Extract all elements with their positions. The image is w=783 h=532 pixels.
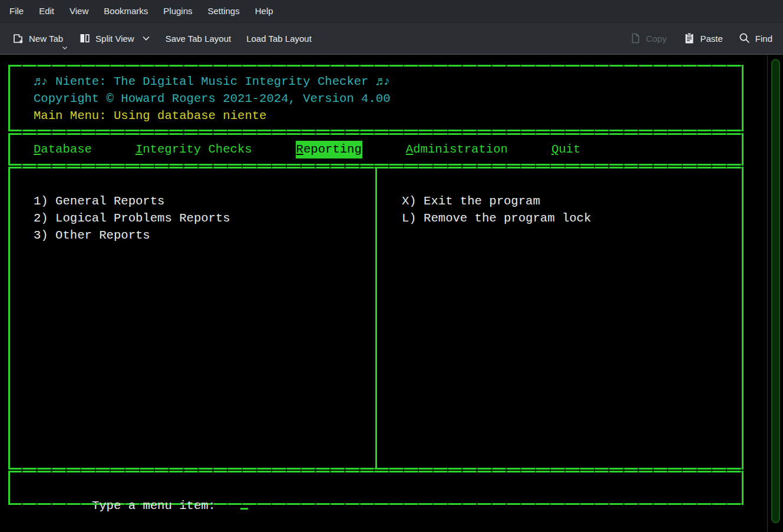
paste-icon bbox=[683, 32, 696, 45]
menubar-item-edit[interactable]: Edit bbox=[31, 0, 62, 22]
terminal-viewport[interactable]: ♬♪ Niente: The Digital Music Integrity C… bbox=[0, 55, 783, 532]
find-button[interactable]: Find bbox=[738, 32, 772, 45]
search-icon bbox=[738, 32, 751, 45]
chevron-down-icon[interactable] bbox=[62, 46, 68, 50]
menu-option-remove-lock[interactable]: L) Remove the program lock bbox=[402, 210, 591, 227]
panel-divider bbox=[375, 168, 377, 468]
copy-icon bbox=[629, 32, 642, 45]
toolbar: New Tab Split View Save Tab Layout Load … bbox=[0, 22, 783, 55]
find-label: Find bbox=[755, 34, 772, 44]
paste-label: Paste bbox=[700, 34, 722, 44]
tui-panels: 1) General Reports 2) Logical Problems R… bbox=[8, 167, 744, 470]
prompt-line[interactable]: Type a menu item: bbox=[34, 480, 742, 531]
menu-option-general-reports[interactable]: 1) General Reports bbox=[34, 193, 230, 210]
tui-menu-administration[interactable]: Administration bbox=[406, 141, 508, 158]
konsole-window: File Edit View Bookmarks Plugins Setting… bbox=[0, 0, 783, 532]
right-menu-list: X) Exit the program L) Remove the progra… bbox=[402, 193, 591, 227]
tui-header-box: ♬♪ Niente: The Digital Music Integrity C… bbox=[8, 65, 744, 131]
prompt-label: Type a menu item: bbox=[92, 499, 216, 513]
split-view-label: Split View bbox=[95, 34, 134, 44]
text-cursor bbox=[240, 508, 248, 510]
menubar-item-view[interactable]: View bbox=[62, 0, 96, 22]
copy-label: Copy bbox=[646, 34, 666, 44]
tui-menu-database[interactable]: Database bbox=[34, 141, 92, 158]
menubar-item-bookmarks[interactable]: Bookmarks bbox=[96, 0, 156, 22]
tui-copyright: Copyright © Howard Rogers 2021-2024, Ver… bbox=[34, 90, 742, 107]
tui-menu-bar: Database Integrity Checks Reporting Admi… bbox=[8, 133, 744, 166]
tui-prompt-box: Type a menu item: bbox=[8, 471, 744, 505]
tab-new-icon bbox=[12, 32, 25, 45]
load-tab-layout-label: Load Tab Layout bbox=[246, 34, 312, 44]
tui-title: ♬♪ Niente: The Digital Music Integrity C… bbox=[34, 73, 742, 90]
save-tab-layout-button[interactable]: Save Tab Layout bbox=[166, 34, 231, 44]
split-view-button[interactable]: Split View bbox=[78, 32, 150, 45]
menubar-item-file[interactable]: File bbox=[2, 0, 31, 22]
scrollbar-track[interactable] bbox=[768, 55, 783, 532]
menu-option-exit[interactable]: X) Exit the program bbox=[402, 193, 591, 210]
paste-button[interactable]: Paste bbox=[683, 32, 722, 45]
split-view-icon bbox=[78, 32, 91, 45]
save-tab-layout-label: Save Tab Layout bbox=[166, 34, 231, 44]
menubar-item-help[interactable]: Help bbox=[247, 0, 281, 22]
tui-status-line: Main Menu: Using database niente bbox=[34, 107, 742, 124]
tui-menu-quit[interactable]: Quit bbox=[551, 141, 580, 158]
tui-menu-reporting[interactable]: Reporting bbox=[296, 141, 362, 158]
menu-option-logical-problems-reports[interactable]: 2) Logical Problems Reports bbox=[34, 210, 230, 227]
menubar-item-plugins[interactable]: Plugins bbox=[156, 0, 200, 22]
tui-menu-line: Database Integrity Checks Reporting Admi… bbox=[10, 135, 742, 158]
tui-menu-integrity-checks[interactable]: Integrity Checks bbox=[136, 141, 252, 158]
menubar-item-settings[interactable]: Settings bbox=[200, 0, 247, 22]
new-tab-button[interactable]: New Tab bbox=[12, 32, 63, 45]
scrollbar-thumb[interactable] bbox=[771, 59, 780, 523]
copy-button[interactable]: Copy bbox=[629, 32, 666, 45]
chevron-down-icon[interactable] bbox=[142, 36, 150, 41]
menubar: File Edit View Bookmarks Plugins Setting… bbox=[0, 0, 783, 22]
left-menu-list: 1) General Reports 2) Logical Problems R… bbox=[34, 193, 230, 244]
menu-option-other-reports[interactable]: 3) Other Reports bbox=[34, 227, 230, 244]
new-tab-label: New Tab bbox=[29, 34, 63, 44]
load-tab-layout-button[interactable]: Load Tab Layout bbox=[246, 34, 312, 44]
